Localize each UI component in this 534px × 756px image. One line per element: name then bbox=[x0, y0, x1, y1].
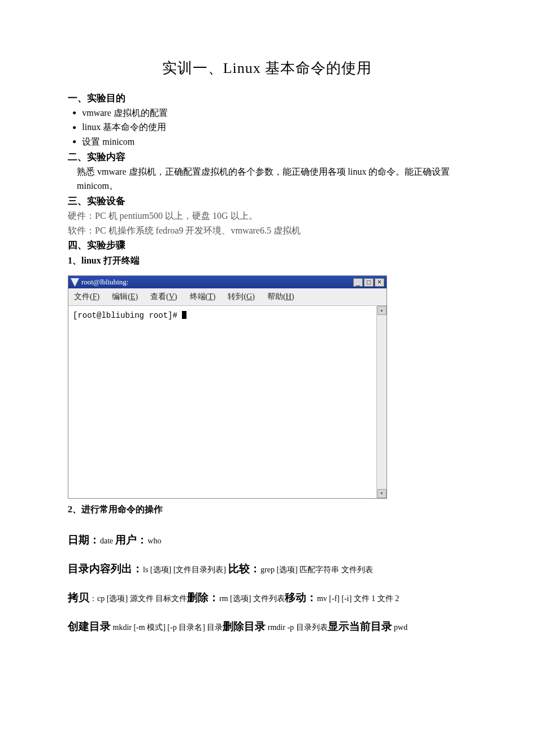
bullet-dot: ● bbox=[72, 122, 76, 133]
label-user: 用户： bbox=[115, 534, 147, 546]
terminal-screenshot: root@lbliubing: _ □ × 文件(F) 编辑(E) 查看(V) … bbox=[68, 275, 466, 499]
maximize-button[interactable]: □ bbox=[364, 278, 374, 287]
terminal-prompt: [root@lbliubing root]# bbox=[73, 311, 182, 320]
label-rmdir: 删除目录 bbox=[223, 620, 266, 632]
label-date: 日期： bbox=[68, 534, 100, 546]
menubar: 文件(F) 编辑(E) 查看(V) 终端(T) 转到(G) 帮助(H) bbox=[68, 288, 387, 306]
window-titlebar[interactable]: root@lbliubing: _ □ × bbox=[68, 276, 387, 288]
cmd-date: date bbox=[100, 537, 113, 545]
scroll-down-icon[interactable]: ▾ bbox=[377, 489, 387, 498]
page-title: 实训一、Linux 基本命令的使用 bbox=[68, 57, 466, 80]
section4-heading: 四、实验步骤 bbox=[68, 237, 466, 253]
software-text: 软件：PC 机操作系统 fedroa9 开发环境、vmware6.5 虚拟机 bbox=[68, 223, 466, 238]
label-mkdir: 创建目录 bbox=[68, 620, 111, 632]
close-button[interactable]: × bbox=[375, 278, 384, 287]
cmd-who: who bbox=[147, 537, 161, 545]
terminal-content[interactable]: [root@lbliubing root]# ▴ ▾ bbox=[68, 306, 387, 498]
label-delete: 删除： bbox=[187, 591, 219, 603]
bullet-dot: ● bbox=[72, 107, 76, 118]
hardware-text: 硬件：PC 机 pentium500 以上，硬盘 10G 以上。 bbox=[68, 209, 466, 223]
step-2: 2、进行常用命令的操作 bbox=[68, 502, 466, 517]
bullet-text: vmware 虚拟机的配置 bbox=[82, 106, 168, 120]
label-ls: 目录内容列出： bbox=[68, 563, 143, 574]
menu-terminal[interactable]: 终端(T) bbox=[190, 291, 216, 303]
section3-heading: 三、实验设备 bbox=[68, 193, 466, 209]
cmd-cp: cp [选项] 源文件 目标文件 bbox=[97, 594, 187, 603]
scroll-up-icon[interactable]: ▴ bbox=[377, 306, 387, 315]
section1-heading: 一、实验目的 bbox=[68, 90, 466, 106]
cmd-rm: rm [选项] 文件列表 bbox=[219, 594, 285, 603]
bullet-item: ●设置 minicom bbox=[72, 135, 466, 149]
section2-heading: 二、实验内容 bbox=[68, 149, 466, 165]
app-icon bbox=[71, 278, 79, 287]
step-1: 1、linux 打开终端 bbox=[68, 253, 466, 268]
label-move: 移动： bbox=[285, 591, 317, 603]
bullet-item: ●linux 基本命令的使用 bbox=[72, 120, 466, 135]
scrollbar[interactable]: ▴ ▾ bbox=[376, 306, 387, 498]
cmd-ls: ls [选项] [文件目录列表] bbox=[143, 565, 226, 574]
bullet-dot: ● bbox=[72, 136, 76, 147]
bullet-item: ●vmware 虚拟机的配置 bbox=[72, 106, 466, 120]
menu-help[interactable]: 帮助(H) bbox=[267, 291, 294, 303]
cmd-mkdir: mkdir [-m 模式] [-p 目录名] 目录 bbox=[111, 623, 223, 632]
menu-file[interactable]: 文件(F) bbox=[74, 291, 99, 303]
window-title-text: root@lbliubing: bbox=[81, 277, 128, 288]
label-pwd: 显示当前目录 bbox=[328, 620, 392, 632]
menu-go[interactable]: 转到(G) bbox=[228, 291, 254, 303]
sep-copy: ： bbox=[89, 594, 97, 603]
label-copy: 拷贝 bbox=[68, 591, 89, 603]
bullet-text: linux 基本命令的使用 bbox=[82, 120, 166, 135]
cursor-icon bbox=[182, 311, 186, 319]
label-compare: 比较： bbox=[228, 563, 261, 574]
cmd-rmdir: rmdir -p 目录列表 bbox=[266, 623, 327, 632]
cmd-grep: grep [选项] 匹配字符串 文件列表 bbox=[261, 565, 373, 574]
cmd-pwd: pwd bbox=[392, 623, 408, 632]
commands-block: 日期：date 用户：who 目录内容列出：ls [选项] [文件目录列表] 比… bbox=[68, 529, 466, 637]
cmd-mv: mv [-f] [-i] 文件 1 文件 2 bbox=[317, 594, 399, 603]
menu-edit[interactable]: 编辑(E) bbox=[112, 291, 138, 303]
menu-view[interactable]: 查看(V) bbox=[150, 291, 177, 303]
terminal-window: root@lbliubing: _ □ × 文件(F) 编辑(E) 查看(V) … bbox=[68, 275, 387, 499]
bullet-text: 设置 minicom bbox=[82, 135, 134, 149]
minimize-button[interactable]: _ bbox=[353, 278, 363, 287]
section2-text: 熟悉 vmware 虚拟机，正确配置虚拟机的各个参数，能正确使用各项 linux… bbox=[68, 165, 466, 193]
